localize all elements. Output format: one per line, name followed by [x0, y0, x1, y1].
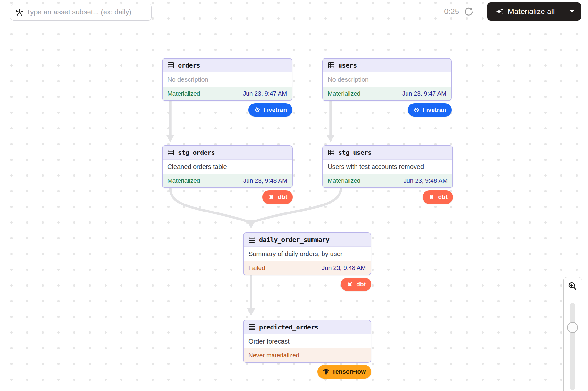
tensorflow-icon — [323, 368, 329, 375]
asset-name: predicted_orders — [259, 323, 318, 331]
table-icon — [327, 149, 335, 156]
asset-search-input[interactable] — [11, 4, 151, 20]
asset-status-row: Materialized Jun 23, 9:48 AM — [163, 174, 292, 187]
refresh-button[interactable] — [463, 6, 475, 18]
asset-node-header: stg_users — [323, 146, 452, 160]
status-label: Materialized — [167, 177, 200, 184]
edge-stg-orders-daily — [170, 189, 250, 222]
asset-description: No description — [323, 72, 451, 87]
table-icon — [167, 62, 175, 69]
status-label: Materialized — [328, 177, 360, 184]
zoom-slider-track[interactable] — [570, 303, 575, 390]
asset-node-header: orders — [163, 59, 292, 72]
asset-node-daily-order-summary[interactable]: daily_order_summary Summary of daily ord… — [243, 232, 371, 275]
zoom-slider[interactable] — [563, 295, 582, 391]
zoom-in-button[interactable] — [563, 277, 582, 295]
asset-status-row: Materialized Jun 23, 9:48 AM — [323, 174, 452, 187]
asset-node-header: daily_order_summary — [244, 233, 371, 247]
integration-badge-fivetran[interactable]: Fivetran — [408, 103, 452, 117]
table-icon — [248, 323, 256, 331]
asset-status-row: Failed Jun 23, 9:48 AM — [244, 261, 371, 275]
asset-node-header: stg_orders — [163, 146, 292, 160]
badge-label: dbt — [438, 194, 448, 201]
run-timer: 0:25 — [435, 7, 459, 16]
integration-badge-fivetran[interactable]: Fivetran — [248, 103, 292, 117]
badge-label: dbt — [356, 281, 366, 288]
asset-description: Cleaned orders table — [163, 160, 292, 174]
dbt-icon — [428, 194, 435, 201]
asset-description: Summary of daily orders, by user — [244, 247, 371, 261]
status-label: Materialized — [328, 90, 360, 97]
status-label: Never materialized — [248, 352, 299, 359]
asset-description: No description — [163, 72, 292, 87]
asset-name: orders — [178, 62, 200, 69]
asset-name: daily_order_summary — [259, 236, 329, 244]
asset-status-row: Never materialized — [244, 348, 371, 362]
zoom-control-panel — [563, 277, 582, 391]
integration-badge-dbt[interactable]: dbt — [423, 190, 453, 204]
status-timestamp: Jun 23, 9:48 AM — [322, 264, 366, 271]
asset-node-stg-orders[interactable]: stg_orders Cleaned orders table Material… — [162, 145, 293, 188]
status-timestamp: Jun 23, 9:47 AM — [243, 90, 287, 97]
refresh-icon — [464, 7, 474, 17]
materialize-all-main[interactable]: Materialize all — [487, 2, 563, 21]
status-timestamp: Jun 23, 9:48 AM — [404, 177, 448, 184]
asset-name: users — [338, 62, 357, 69]
asset-node-header: users — [323, 59, 451, 72]
arrowhead — [247, 308, 255, 316]
asset-lineage-canvas[interactable]: orders No description Materialized Jun 2… — [0, 0, 588, 391]
integration-badge-dbt[interactable]: dbt — [262, 190, 293, 204]
asset-node-stg-users[interactable]: stg_users Users with test accounts remov… — [322, 145, 453, 188]
asset-status-row: Materialized Jun 23, 9:47 AM — [323, 87, 451, 100]
badge-label: Fivetran — [263, 106, 287, 113]
asset-node-users[interactable]: users No description Materialized Jun 23… — [322, 58, 452, 101]
chevron-down-icon — [570, 10, 574, 13]
dbt-icon — [268, 194, 275, 201]
status-timestamp: Jun 23, 9:47 AM — [402, 90, 446, 97]
badge-label: dbt — [278, 194, 287, 201]
dbt-icon — [346, 281, 353, 288]
asset-node-orders[interactable]: orders No description Materialized Jun 2… — [162, 58, 292, 101]
asset-graph-icon — [15, 8, 24, 17]
status-timestamp: Jun 23, 9:48 AM — [243, 177, 287, 184]
table-icon — [248, 236, 256, 244]
status-label: Materialized — [167, 90, 200, 97]
badge-label: Fivetran — [423, 106, 446, 113]
arrowhead — [247, 220, 255, 229]
asset-search-box — [11, 4, 152, 21]
table-icon — [167, 149, 175, 156]
asset-status-row: Materialized Jun 23, 9:47 AM — [163, 87, 292, 100]
zoom-in-icon — [568, 281, 577, 291]
sparkle-icon — [495, 7, 504, 16]
asset-name: stg_users — [338, 149, 372, 156]
table-icon — [327, 62, 335, 69]
integration-badge-tensorflow[interactable]: TensorFlow — [317, 365, 371, 379]
fivetran-icon — [254, 107, 260, 113]
materialize-options-button[interactable] — [563, 2, 581, 21]
asset-description: Users with test accounts removed — [323, 160, 452, 174]
materialize-all-label: Materialize all — [508, 7, 555, 16]
integration-badge-dbt[interactable]: dbt — [341, 278, 371, 291]
asset-node-header: predicted_orders — [244, 320, 371, 334]
fivetran-icon — [413, 107, 420, 113]
arrowhead — [326, 135, 335, 142]
arrowhead — [166, 135, 174, 142]
asset-description: Order forecast — [244, 334, 371, 348]
badge-label: TensorFlow — [332, 368, 366, 375]
asset-node-predicted-orders[interactable]: predicted_orders Order forecast Never ma… — [243, 320, 371, 363]
zoom-slider-thumb[interactable] — [567, 322, 578, 333]
asset-name: stg_orders — [178, 149, 215, 156]
status-label: Failed — [248, 264, 265, 271]
materialize-all-button[interactable]: Materialize all — [487, 2, 581, 21]
